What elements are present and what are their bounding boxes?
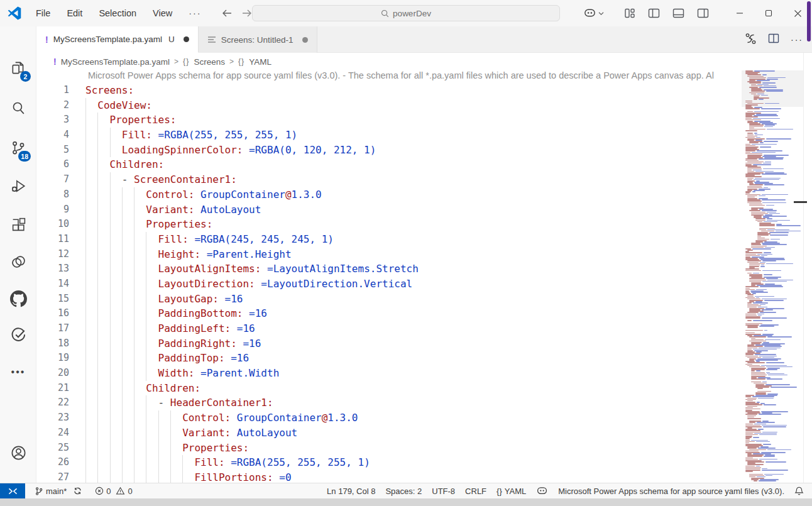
line-number[interactable]: 7 — [36, 172, 69, 187]
breadcrumb-screens[interactable]: Screens — [194, 57, 225, 67]
code-line[interactable]: 4 Fill: =RGBA(255, 255, 255, 1) — [36, 128, 742, 143]
modified-dot[interactable] — [184, 36, 189, 42]
code-line[interactable]: 7 - ScreenContainer1: — [36, 172, 742, 187]
toggle-panel-icon[interactable] — [672, 8, 684, 19]
tab-screens-untitled[interactable]: Screens: Untitled-1 — [199, 26, 317, 53]
minimize-button[interactable] — [725, 0, 754, 26]
power-platform-icon[interactable] — [0, 249, 36, 274]
run-debug-icon[interactable] — [0, 173, 36, 199]
extensions-icon[interactable] — [0, 212, 36, 237]
code-line[interactable]: 13 LayoutAlignItems: =LayoutAlignItems.S… — [36, 261, 742, 277]
breadcrumb-file[interactable]: MyScreensTemplate.pa.yaml — [61, 57, 170, 67]
menu-overflow-button[interactable]: ··· — [180, 0, 210, 26]
code-line[interactable]: 16 PaddingBottom: =16 — [36, 306, 742, 321]
maximize-button[interactable] — [754, 0, 783, 26]
line-number[interactable]: 5 — [36, 143, 69, 158]
line-number[interactable]: 26 — [36, 455, 69, 470]
forward-arrow-icon[interactable] — [241, 8, 253, 18]
code-line[interactable]: 19 PaddingTop: =16 — [36, 351, 742, 366]
line-number[interactable]: 24 — [36, 426, 69, 441]
line-number[interactable]: 12 — [36, 247, 69, 262]
minimap[interactable] — [742, 70, 803, 483]
line-number[interactable]: 15 — [36, 292, 69, 307]
line-number[interactable]: 14 — [36, 277, 69, 292]
remote-indicator[interactable] — [0, 483, 25, 499]
menu-selection[interactable]: Selection — [91, 0, 145, 26]
eol-status[interactable]: CRLF — [463, 483, 488, 499]
code-line[interactable]: 2 CodeView: — [36, 98, 742, 113]
code-line[interactable]: 3 Properties: — [36, 113, 742, 128]
line-number[interactable]: 22 — [36, 395, 69, 410]
line-number[interactable]: 6 — [36, 157, 69, 172]
customize-layout-icon[interactable] — [624, 8, 635, 19]
github-icon[interactable] — [0, 286, 36, 311]
line-number[interactable]: 4 — [36, 128, 69, 143]
problems-status[interactable]: 0 0 — [91, 483, 136, 499]
search-view-icon[interactable] — [0, 95, 36, 120]
line-number[interactable]: 10 — [36, 217, 69, 232]
code-line[interactable]: 22 - HeaderContainer1: — [36, 395, 742, 410]
menu-file[interactable]: File — [28, 0, 58, 26]
breadcrumb-yaml[interactable]: YAML — [249, 57, 272, 67]
menu-view[interactable]: View — [145, 0, 180, 26]
toggle-secondary-sidebar-icon[interactable] — [697, 8, 709, 19]
code-line[interactable]: 20 Width: =Parent.Width — [36, 366, 742, 381]
modified-dot[interactable] — [302, 37, 308, 43]
code-line[interactable]: 12 Height: =Parent.Height — [36, 247, 742, 262]
back-arrow-icon[interactable] — [221, 8, 233, 18]
code-line[interactable]: 6 Children: — [36, 157, 742, 172]
split-editor-icon[interactable] — [768, 33, 779, 47]
line-number[interactable]: 23 — [36, 410, 69, 426]
line-number[interactable]: 17 — [36, 321, 69, 336]
notifications-bell[interactable] — [793, 483, 806, 499]
editor-more-actions-icon[interactable]: ··· — [791, 35, 803, 45]
line-number[interactable]: 8 — [36, 187, 69, 202]
copilot-menu-button[interactable] — [583, 8, 604, 19]
command-center-search[interactable]: powerDev — [252, 5, 560, 21]
account-icon[interactable] — [0, 440, 36, 465]
line-number[interactable]: 11 — [36, 232, 69, 247]
indentation-status[interactable]: Spaces: 2 — [383, 483, 424, 499]
line-number[interactable]: 21 — [36, 381, 69, 396]
line-number[interactable]: 27 — [36, 470, 69, 483]
code-line[interactable]: 26 Fill: =RGBA(255, 255, 255, 1) — [36, 455, 742, 470]
line-number[interactable]: 13 — [36, 261, 69, 277]
code-line[interactable]: 14 LayoutDirection: =LayoutDirection.Ver… — [36, 277, 742, 292]
line-number[interactable]: 2 — [36, 98, 69, 113]
code-line[interactable]: 24 Variant: AutoLayout — [36, 426, 742, 441]
code-line[interactable]: 5 LoadingSpinnerColor: =RGBA(0, 120, 212… — [36, 143, 742, 158]
code-line[interactable]: 23 Control: GroupContainer@1.3.0 — [36, 410, 742, 426]
explorer-icon[interactable]: 2 — [0, 55, 36, 80]
code-line[interactable]: 10 Properties: — [36, 217, 742, 232]
line-number[interactable]: 20 — [36, 366, 69, 381]
toggle-primary-sidebar-icon[interactable] — [648, 8, 660, 19]
code-line[interactable]: 21 Children: — [36, 381, 742, 396]
language-mode[interactable]: {} YAML — [495, 483, 528, 499]
line-number[interactable]: 1 — [36, 83, 69, 98]
activity-more-icon[interactable]: ••• — [0, 360, 36, 385]
code-area[interactable]: 1Screens:2 CodeView:3 Properties:4 Fill:… — [36, 83, 742, 483]
cursor-position[interactable]: Ln 179, Col 8 — [325, 483, 377, 499]
yaml-schema-status[interactable]: Microsoft Power Apps schema for app sour… — [556, 483, 786, 499]
copilot-status[interactable] — [534, 483, 550, 499]
encoding-status[interactable]: UTF-8 — [430, 483, 457, 499]
line-number[interactable]: 25 — [36, 441, 69, 456]
code-line[interactable]: 27 FillPortions: =0 — [36, 470, 742, 483]
code-line[interactable]: 15 LayoutGap: =16 — [36, 292, 742, 307]
code-line[interactable]: 11 Fill: =RGBA(245, 245, 245, 1) — [36, 232, 742, 247]
source-control-icon[interactable]: 18 — [0, 135, 36, 160]
overview-ruler[interactable] — [803, 53, 812, 483]
line-number[interactable]: 9 — [36, 202, 69, 217]
branch-status[interactable]: main* — [30, 483, 87, 499]
open-changes-icon[interactable] — [745, 33, 757, 47]
tab-myscreenstemplate[interactable]: ! MyScreensTemplate.pa.yaml U — [36, 26, 199, 53]
line-number[interactable]: 19 — [36, 351, 69, 366]
line-number[interactable]: 16 — [36, 306, 69, 321]
code-line[interactable]: 1Screens: — [36, 83, 742, 98]
code-line[interactable]: 25 Properties: — [36, 441, 742, 456]
code-line[interactable]: 17 PaddingLeft: =16 — [36, 321, 742, 336]
menu-edit[interactable]: Edit — [58, 0, 91, 26]
code-line[interactable]: 8 Control: GroupContainer@1.3.0 — [36, 187, 742, 202]
tasks-check-icon[interactable] — [0, 322, 36, 348]
line-number[interactable]: 3 — [36, 113, 69, 128]
